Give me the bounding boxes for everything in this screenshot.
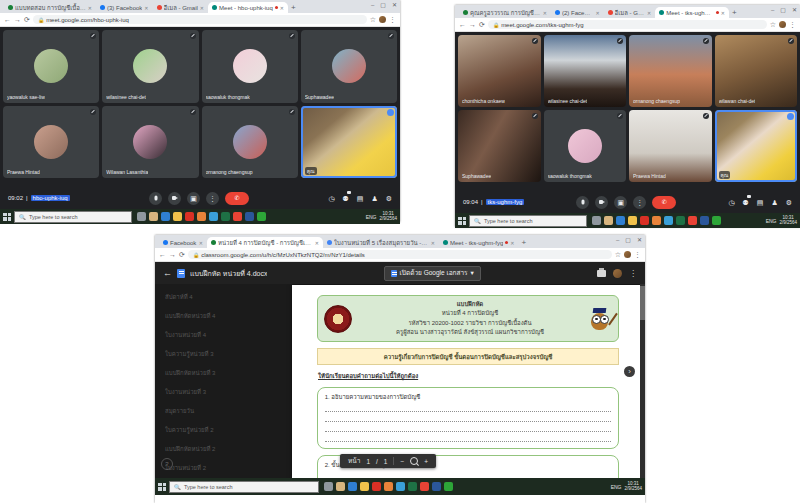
reload-icon[interactable]: ⟳ [24,16,30,23]
bookmark-star-icon[interactable]: ☆ [615,251,621,258]
taskbar-app-icon[interactable] [700,216,709,225]
language-indicator[interactable]: ENG [611,484,622,490]
taskbar-app-icon[interactable] [616,216,625,225]
taskbar-app-icon[interactable] [348,482,357,491]
taskbar-app-icon[interactable] [604,216,613,225]
taskbar-app-icon[interactable] [408,482,417,491]
taskbar-search[interactable]: 🔍 Type here to search [169,481,319,493]
mic-button[interactable] [149,192,162,205]
tab-close-icon[interactable]: ✕ [647,10,651,16]
classwork-item[interactable]: สัปดาห์ที่ 4 [165,292,215,302]
participant-tile[interactable]: wilasinee chai-det [544,35,627,107]
classwork-item[interactable]: ใบงานหน่วยที่ 3 [165,387,215,397]
participant-tile[interactable]: Praewa Hintad [629,110,712,182]
taskbar-app-icon[interactable] [233,212,242,221]
activities-icon[interactable]: ♟ [771,199,777,206]
taskbar-search[interactable]: 🔍 Type here to search [14,211,132,223]
taskbar-app-icon[interactable] [336,482,345,491]
participant-tile[interactable]: chonthicha onkaew [458,35,541,107]
profile-avatar[interactable] [624,251,631,258]
participant-tile[interactable]: Praewa Hintad [3,106,99,179]
participant-tile[interactable]: yaowaluk sae-liw [3,30,99,103]
classwork-item[interactable]: ใบความรู้หน่วยที่ 3 [165,349,215,359]
print-icon[interactable] [597,270,606,277]
bookmark-star-icon[interactable]: ☆ [370,16,376,23]
taskbar-app-icon[interactable] [652,216,661,225]
browser-tab[interactable]: หน่วยที่ 4 การปิดบัญชี - การบัญชีเบื้องต… [207,237,323,248]
people-icon[interactable]: ⚉ [743,199,749,206]
classwork-item[interactable]: แบบฝึกหัดหน่วยที่ 4 [165,311,215,321]
back-icon[interactable]: ← [4,16,11,23]
close-button[interactable]: ✕ [637,236,642,243]
scrollbar[interactable] [640,284,645,478]
system-tray[interactable]: ENG 10:312/9/2564 [366,212,397,222]
browser-tab[interactable]: Meet - hbo-uphk-iuq ✕ [208,2,288,13]
browser-tab[interactable]: อีเมล - Gmail ✕ [153,2,209,13]
participant-tile[interactable]: คุณ [715,110,798,182]
start-button[interactable] [458,217,466,225]
tab-close-icon[interactable]: ✕ [88,5,92,11]
mic-button[interactable] [576,196,589,209]
more-options-button[interactable]: ⋮ [206,192,219,205]
maximize-button[interactable]: ▢ [625,236,631,243]
more-options-button[interactable]: ⋮ [633,196,646,209]
menu-dots-icon[interactable]: ⋮ [389,16,396,23]
activities-icon[interactable]: ♟ [371,195,377,202]
more-options-icon[interactable]: ⋮ [629,269,637,278]
taskbar-app-icon[interactable] [257,212,266,221]
minimize-button[interactable]: – [771,7,774,13]
bookmark-star-icon[interactable]: ☆ [770,21,776,28]
taskbar-clock[interactable]: 10:312/9/2564 [379,212,397,222]
taskbar-search[interactable]: 🔍 Type here to search [469,215,587,227]
maximize-button[interactable]: ▢ [380,1,386,8]
taskbar-app-icon[interactable] [592,216,601,225]
captions-button[interactable]: ▣ [614,196,627,209]
zoom-icon[interactable] [410,457,418,465]
leave-call-button[interactable]: ✆ [225,192,249,205]
profile-avatar[interactable] [779,21,786,28]
chat-icon[interactable]: ▤ [357,195,364,202]
classwork-item[interactable]: สมุดรายวัน [165,406,215,416]
taskbar-app-icon[interactable] [360,482,369,491]
chat-icon[interactable]: ▤ [757,199,764,206]
minimize-button[interactable]: – [371,2,374,8]
taskbar-clock[interactable]: 10:312/9/2564 [624,482,642,492]
tab-close-icon[interactable]: ✕ [721,10,725,16]
browser-tab[interactable]: แบบทดสอบ การบัญชีเบื้องต้น ✕ [4,2,96,13]
maximize-button[interactable]: ▢ [780,6,786,13]
taskbar-app-icon[interactable] [432,482,441,491]
tab-close-icon[interactable]: ✕ [510,240,514,246]
browser-tab[interactable]: Meet - tks-ughm-fyg ✕ [439,237,519,248]
start-button[interactable] [158,483,166,491]
participant-tile[interactable]: Wilawan Lasanthia [102,106,198,179]
participant-tile[interactable]: saowaluk thongmak [544,110,627,182]
participant-tile[interactable]: saowaluk thongmak [202,30,298,103]
leave-call-button[interactable]: ✆ [652,196,676,209]
tab-close-icon[interactable]: ✕ [431,240,435,246]
system-tray[interactable]: ENG 10:312/9/2564 [766,216,797,226]
tab-close-icon[interactable]: ✕ [200,5,204,11]
participant-tile[interactable]: wilasinee chai-det [102,30,198,103]
next-page-button[interactable]: › [624,366,635,377]
reload-icon[interactable]: ⟳ [479,21,485,28]
open-with-google-docs-button[interactable]: เปิดด้วย Google เอกสาร ▾ [384,266,481,281]
taskbar-app-icon[interactable] [209,212,218,221]
host-controls-icon[interactable]: ⚙ [386,195,392,202]
participant-tile[interactable]: wilawan chai-det [715,35,798,107]
taskbar-app-icon[interactable] [197,212,206,221]
taskbar-app-icon[interactable] [688,216,697,225]
menu-dots-icon[interactable]: ⋮ [789,21,796,28]
taskbar-app-icon[interactable] [245,212,254,221]
browser-tab[interactable]: (2) Facebook ✕ [551,7,604,18]
classwork-item[interactable]: ใบงานหน่วยที่ 4 [165,330,215,340]
zoom-out-button[interactable]: − [400,458,404,465]
url-field[interactable]: 🔒 meet.google.com/hbo-uphk-iuq [33,15,367,24]
meeting-details-icon[interactable]: ◷ [328,195,334,202]
start-button[interactable] [3,213,11,221]
participant-tile[interactable]: Suphawadee [458,110,541,182]
browser-tab[interactable]: Meet - tks-ughm-fyg ✕ [655,7,729,18]
participant-tile[interactable]: คุณ [301,106,397,179]
back-arrow-icon[interactable]: ← [163,268,172,278]
help-button[interactable]: ? [161,458,173,470]
classwork-item[interactable]: ใบความรู้หน่วยที่ 2 [165,425,215,435]
